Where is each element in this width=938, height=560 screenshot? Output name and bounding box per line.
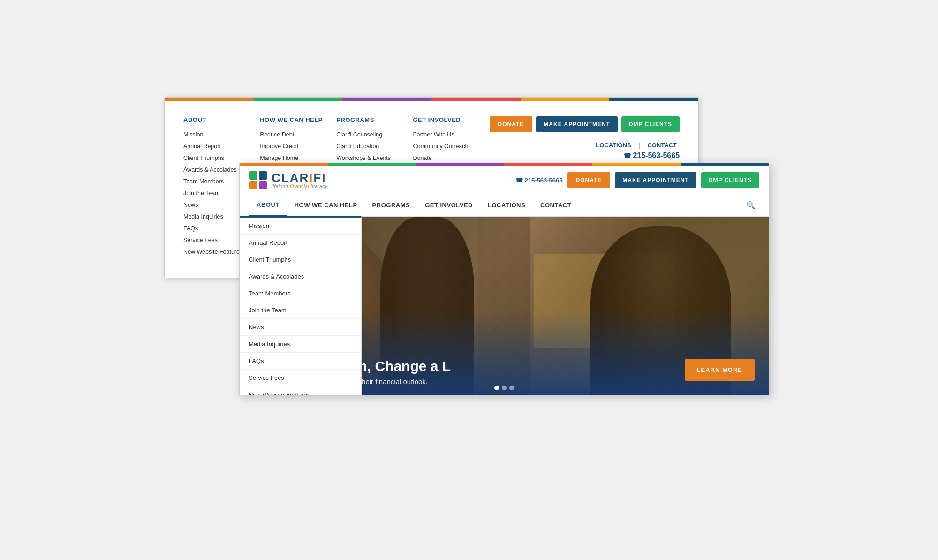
dropdown-item[interactable]: Service Fees <box>240 370 361 386</box>
back-phone[interactable]: 215-563-5665 <box>623 151 680 160</box>
dropdown-item[interactable]: Awards & Accolades <box>240 268 361 285</box>
back-donate-button[interactable]: DONATE <box>490 116 533 132</box>
list-item[interactable]: Community Outreach <box>413 142 489 150</box>
logo-brand[interactable]: CLARIFI <box>272 172 327 184</box>
dropdown-item[interactable]: Team Members <box>240 285 361 302</box>
back-colorbar <box>165 98 698 101</box>
how-title: HOW WE CAN HELP <box>260 116 336 123</box>
nav-how-we-can-help[interactable]: HOW WE CAN HELP <box>287 195 365 215</box>
about-dropdown: Mission Annual Report Client Triumphs Aw… <box>240 216 362 395</box>
scene: ABOUT Mission Annual Report Client Trium… <box>164 69 774 491</box>
search-icon[interactable]: 🔍 <box>742 194 759 216</box>
dot-3[interactable] <box>509 386 514 390</box>
back-appt-button[interactable]: MAKE APPOINTMENT <box>536 116 618 132</box>
nav-get-involved[interactable]: GET INVOLVED <box>417 195 480 215</box>
logo-squares <box>249 171 267 189</box>
logo-sq-green <box>249 171 257 180</box>
list-item[interactable]: Partner With Us <box>413 130 489 138</box>
list-item[interactable]: Clarifi Counseling <box>336 130 413 138</box>
header-right: 215-563-5665 DONATE MAKE APPOINTMENT DMP… <box>515 172 759 188</box>
nav-about[interactable]: ABOUT <box>249 195 287 216</box>
nav-bar: ABOUT HOW WE CAN HELP PROGRAMS GET INVOL… <box>240 194 769 217</box>
list-item[interactable]: Annual Report <box>183 142 260 150</box>
dropdown-item[interactable]: FAQs <box>240 353 361 370</box>
list-item[interactable]: Donate <box>413 153 489 162</box>
nav-programs[interactable]: PROGRAMS <box>365 195 418 215</box>
list-item[interactable]: Client Triumphs <box>183 153 260 162</box>
logo-tagline: lifelong financial literacy <box>272 184 327 189</box>
get-involved-title: GET INVOLVED <box>413 116 489 123</box>
dropdown-item[interactable]: Media Inquiries <box>240 336 361 353</box>
logo-sq-orange <box>249 181 257 189</box>
list-item[interactable]: Workshops & Events <box>336 153 413 162</box>
learn-more-button[interactable]: LEARN MORE <box>685 359 755 381</box>
logo-sq-blue <box>259 171 267 180</box>
dropdown-item[interactable]: News <box>240 319 361 336</box>
hero-dots <box>494 386 514 390</box>
about-title: ABOUT <box>183 116 260 123</box>
contact-link[interactable]: CONTACT <box>647 142 677 149</box>
dot-1[interactable] <box>494 386 499 390</box>
logo-area: CLARIFI lifelong financial literacy <box>249 171 515 189</box>
front-colorbar <box>240 163 769 166</box>
logo-text: CLARIFI lifelong financial literacy <box>272 172 327 189</box>
list-item[interactable]: Manage Home <box>260 153 336 162</box>
dropdown-item[interactable]: Join the Team <box>240 302 361 319</box>
list-item[interactable]: Improve Credit <box>260 142 336 150</box>
dropdown-item[interactable]: Mission <box>240 218 361 235</box>
contact-links: LOCATIONS | CONTACT <box>593 142 680 149</box>
list-item[interactable]: Clarifi Education <box>336 142 413 150</box>
front-card: CLARIFI lifelong financial literacy 215-… <box>239 163 769 395</box>
programs-title: PROGRAMS <box>336 116 413 123</box>
dropdown-item[interactable]: New Website Features <box>240 386 361 395</box>
locations-link[interactable]: LOCATIONS <box>596 142 631 149</box>
front-header: CLARIFI lifelong financial literacy 215-… <box>240 166 769 194</box>
logo-sq-purple <box>259 181 267 189</box>
back-dmp-button[interactable]: DMP CLIENTS <box>621 116 680 132</box>
dot-2[interactable] <box>502 386 507 390</box>
front-appt-button[interactable]: MAKE APPOINTMENT <box>615 172 696 188</box>
list-item[interactable]: Mission <box>183 130 260 138</box>
dropdown-item[interactable]: Annual Report <box>240 235 361 251</box>
nav-locations[interactable]: LOCATIONS <box>480 195 533 215</box>
dropdown-item[interactable]: Client Triumphs <box>240 251 361 268</box>
list-item[interactable]: Reduce Debt <box>260 130 336 138</box>
back-btn-row: DONATE MAKE APPOINTMENT DMP CLIENTS <box>490 116 680 132</box>
front-donate-button[interactable]: DONATE <box>567 172 611 188</box>
front-dmp-button[interactable]: DMP CLIENTS <box>701 172 759 188</box>
nav-contact[interactable]: CONTACT <box>533 195 579 215</box>
header-phone[interactable]: 215-563-5665 <box>515 177 563 184</box>
